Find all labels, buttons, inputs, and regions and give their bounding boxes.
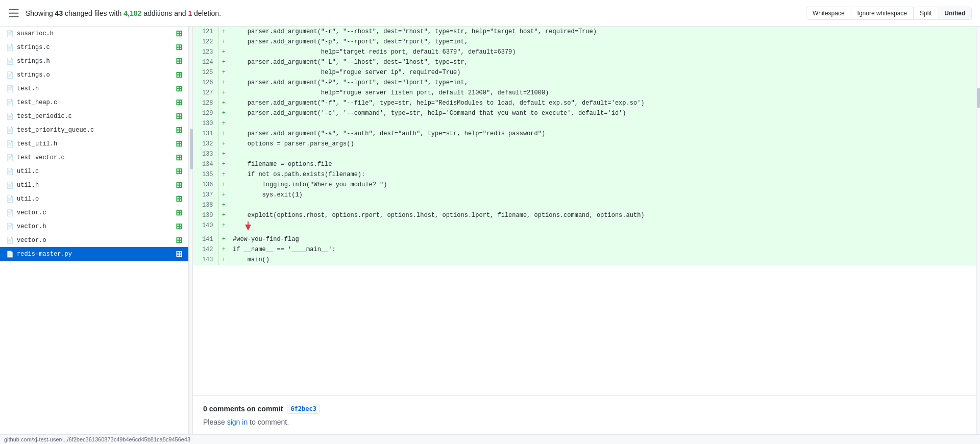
line-code: parser.add_argument("-r", "--rhost", des… [229, 27, 976, 37]
line-number: 140 [193, 220, 218, 234]
bottom-section: 0 comments on commit 6f2bec3 Please sign… [193, 395, 976, 434]
line-number: 122 [193, 37, 218, 47]
file-name: strings.h [17, 58, 173, 65]
add-icon: ⊞ [176, 97, 182, 107]
split-button[interactable]: Split [914, 7, 938, 19]
table-row: 143+ main() [193, 255, 976, 265]
file-icon: 📄 [6, 223, 14, 230]
line-marker: + [218, 108, 229, 118]
file-icon: 📄 [6, 127, 14, 134]
sidebar-item-redis-master-py[interactable]: 📄 redis-master.py ⊞ [0, 247, 188, 261]
file-name: test_periodic.c [17, 113, 173, 120]
file-name: test.h [17, 85, 173, 92]
sidebar-item-strings-h[interactable]: 📄 strings.h ⊞ [0, 54, 188, 68]
line-marker: + [218, 234, 229, 244]
line-number: 139 [193, 210, 218, 220]
line-code: parser.add_argument("-f", "--file", type… [229, 98, 976, 108]
line-number: 133 [193, 149, 218, 159]
sidebar-item-vector-h[interactable]: 📄 vector.h ⊞ [0, 219, 188, 233]
file-name: util.h [17, 182, 173, 189]
sign-in-text: Please sign in to comment. [203, 418, 966, 426]
line-marker: + [218, 67, 229, 78]
line-marker: + [218, 190, 229, 200]
line-number: 138 [193, 200, 218, 210]
file-name: vector.c [17, 209, 173, 216]
sidebar-item-test-util-h[interactable]: 📄 test_util.h ⊞ [0, 137, 188, 151]
table-row: 130+ [193, 118, 976, 129]
add-icon: ⊞ [176, 29, 182, 38]
sidebar-scrollbar-thumb[interactable] [190, 129, 193, 169]
right-scrollbar-thumb[interactable] [977, 88, 980, 108]
line-marker: + [218, 129, 229, 139]
line-marker: + [218, 98, 229, 108]
table-row: 132+ options = parser.parse_args() [193, 139, 976, 149]
line-number: 124 [193, 57, 218, 67]
changed-count: 43 [55, 9, 63, 17]
table-row: 134+ filename = options.file [193, 159, 976, 169]
sidebar-item-vector-o[interactable]: 📄 vector.o ⊞ [0, 233, 188, 247]
add-icon: ⊞ [176, 56, 182, 66]
line-marker: + [218, 139, 229, 149]
table-row: 137+ sys.exit(1) [193, 190, 976, 200]
line-number: 134 [193, 159, 218, 169]
whitespace-button[interactable]: Whitespace [806, 7, 851, 19]
sidebar-item-util-o[interactable]: 📄 util.o ⊞ [0, 192, 188, 206]
table-row: 124+ parser.add_argument("-L", "--lhost"… [193, 57, 976, 67]
line-marker: + [218, 244, 229, 255]
code-area[interactable]: 121+ parser.add_argument("-r", "--rhost"… [193, 27, 976, 395]
status-url: github.com/xj-test-user/.../6f2bec361360… [4, 436, 190, 442]
line-number: 126 [193, 78, 218, 88]
sidebar-scrollbar[interactable] [189, 27, 193, 434]
file-name: strings.c [17, 44, 173, 51]
line-code: parser.add_argument("-P", "--lport", des… [229, 78, 976, 88]
file-icon: 📄 [6, 44, 14, 51]
add-icon: ⊞ [176, 125, 182, 135]
table-row: 135+ if not os.path.exists(filename): [193, 169, 976, 180]
main-layout: 📄 susarioc.h ⊞ 📄 strings.c ⊞ 📄 strings.h… [0, 27, 980, 434]
sidebar-item-strings-o[interactable]: 📄 strings.o ⊞ [0, 68, 188, 82]
sign-in-link[interactable]: sign in [227, 418, 248, 426]
line-code: filename = options.file [229, 159, 976, 169]
sidebar-item-vector-c[interactable]: 📄 vector.c ⊞ [0, 206, 188, 219]
line-marker: + [218, 200, 229, 210]
add-icon: ⊞ [176, 84, 182, 93]
file-name: test_heap.c [17, 99, 173, 106]
sidebar-item-util-c[interactable]: 📄 util.c ⊞ [0, 164, 188, 178]
file-icon: 📄 [6, 58, 14, 65]
collapse-icon[interactable] [8, 8, 19, 19]
right-scrollbar[interactable] [976, 27, 980, 434]
sidebar-item-test-vector-c[interactable]: 📄 test_vector.c ⊞ [0, 151, 188, 164]
sidebar-item-util-h[interactable]: 📄 util.h ⊞ [0, 178, 188, 192]
add-icon: ⊞ [176, 180, 182, 190]
line-code: parser.add_argument("-L", "--lhost", des… [229, 57, 976, 67]
diff-table: 121+ parser.add_argument("-r", "--rhost"… [193, 27, 976, 265]
unified-button[interactable]: Unified [938, 7, 971, 19]
code-panel: 121+ parser.add_argument("-r", "--rhost"… [193, 27, 976, 434]
file-name: test_util.h [17, 140, 173, 147]
line-code: exploit(options.rhost, options.rport, op… [229, 210, 976, 220]
line-number: 135 [193, 169, 218, 180]
file-icon: 📄 [6, 209, 14, 216]
sidebar-item-test-heap-c[interactable]: 📄 test_heap.c ⊞ [0, 95, 188, 109]
line-code: if __name__ == '____main__': [229, 244, 976, 255]
file-icon: 📄 [6, 71, 14, 79]
file-icon: 📄 [6, 154, 14, 161]
file-name: util.o [17, 195, 173, 203]
line-code: parser.add_argument("-a", "--auth", dest… [229, 129, 976, 139]
line-number: 123 [193, 47, 218, 57]
sidebar-item-strings-c[interactable]: 📄 strings.c ⊞ [0, 40, 188, 54]
line-code [229, 118, 976, 129]
line-number: 131 [193, 129, 218, 139]
top-bar: Showing 43 changed files with 4,182 addi… [0, 0, 980, 27]
line-code: options = parser.parse_args() [229, 139, 976, 149]
ignore-whitespace-button[interactable]: Ignore whitespace [851, 7, 914, 19]
sidebar-item-test-periodic-c[interactable]: 📄 test_periodic.c ⊞ [0, 109, 188, 123]
file-icon: 📄 [6, 182, 14, 189]
file-name: vector.o [17, 237, 173, 244]
sidebar-item-susarioc-h[interactable]: 📄 susarioc.h ⊞ [0, 27, 188, 40]
file-icon: 📄 [6, 251, 14, 258]
table-row: 123+ help="target redis port, default 63… [193, 47, 976, 57]
sidebar-item-test-h[interactable]: 📄 test.h ⊞ [0, 82, 188, 95]
line-number: 141 [193, 234, 218, 244]
sidebar-item-test-priority-queue-c[interactable]: 📄 test_priority_queue.c ⊞ [0, 123, 188, 137]
